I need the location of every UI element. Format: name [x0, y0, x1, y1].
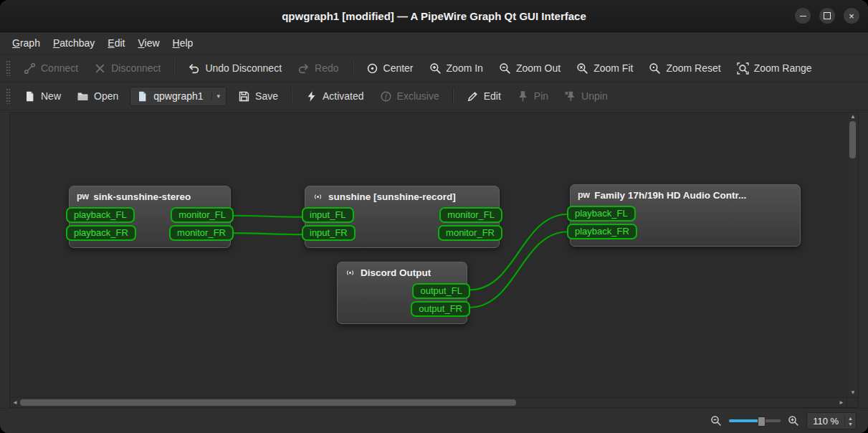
- zoom-in-small-icon[interactable]: [788, 415, 799, 427]
- port-playback-fl[interactable]: playback_FL: [567, 206, 636, 222]
- node-sunshine-record[interactable]: sunshine [sunshine-record] input_FL inpu…: [305, 186, 500, 248]
- connect-button[interactable]: Connect: [16, 59, 85, 78]
- minimize-button[interactable]: [795, 8, 811, 24]
- port-playback-fl[interactable]: playback_FL: [66, 207, 135, 223]
- port-monitor-fl[interactable]: monitor_FL: [439, 207, 502, 223]
- toolbar-drag-handle[interactable]: [6, 60, 11, 76]
- node-header[interactable]: pw Family 17h/19h HD Audio Contr...: [571, 185, 800, 204]
- scroll-up-arrow[interactable]: ▲: [850, 114, 856, 120]
- vertical-scrollbar-thumb[interactable]: [849, 121, 856, 158]
- zoom-out-small-icon[interactable]: [710, 415, 722, 427]
- disconnect-button[interactable]: Disconnect: [87, 59, 168, 78]
- edit-label: Edit: [484, 90, 501, 102]
- graph-canvas[interactable]: pw sink-sunshine-stereo playback_FL play…: [10, 113, 847, 397]
- node-title: sink-sunshine-stereo: [93, 191, 191, 202]
- menu-edit[interactable]: Edit: [101, 35, 131, 51]
- close-button[interactable]: ×: [844, 8, 859, 24]
- node-header[interactable]: pw sink-sunshine-stereo: [70, 186, 230, 206]
- zoom-reset-icon: [649, 62, 661, 75]
- horizontal-scrollbar[interactable]: ◄ ►: [10, 397, 846, 407]
- port-monitor-fr[interactable]: monitor_FR: [438, 225, 502, 241]
- activated-bolt-icon: [305, 90, 318, 103]
- new-label: New: [41, 90, 61, 102]
- zoom-fit-button[interactable]: Zoom Fit: [569, 59, 640, 78]
- menu-patchbay[interactable]: Patchbay: [47, 35, 101, 51]
- pin-button[interactable]: Pin: [510, 87, 555, 106]
- zoom-range-button[interactable]: Zoom Range: [730, 59, 819, 78]
- node-discord-output[interactable]: Discord Output output_FL output_FR: [337, 262, 467, 324]
- toolbar-separator: [352, 60, 353, 76]
- zoom-fit-icon: [576, 62, 588, 75]
- stream-icon: [345, 267, 356, 278]
- zoom-out-label: Zoom Out: [516, 62, 561, 74]
- node-header[interactable]: sunshine [sunshine-record]: [305, 186, 499, 206]
- zoom-out-button[interactable]: Zoom Out: [492, 59, 568, 78]
- window-title: qpwgraph1 [modified] — A PipeWire Graph …: [282, 10, 586, 22]
- menu-view[interactable]: View: [131, 35, 166, 51]
- spin-down-icon[interactable]: ▼: [848, 422, 853, 427]
- scroll-left-arrow[interactable]: ◄: [12, 400, 18, 406]
- undo-disconnect-button[interactable]: Undo Disconnect: [181, 59, 289, 78]
- exclusive-button[interactable]: f Exclusive: [373, 87, 447, 106]
- zoom-range-label: Zoom Range: [754, 62, 812, 74]
- menu-graph-label: Graph: [12, 37, 40, 49]
- scroll-right-arrow[interactable]: ►: [839, 400, 844, 406]
- connection-wires: [10, 113, 847, 397]
- scroll-down-arrow[interactable]: ▼: [850, 390, 856, 396]
- open-button[interactable]: Open: [70, 87, 125, 106]
- port-playback-fr[interactable]: playback_FR: [66, 225, 136, 241]
- menu-patchbay-label: Patchbay: [53, 37, 95, 49]
- toolbar-separator: [452, 88, 454, 104]
- port-monitor-fr[interactable]: monitor_FR: [169, 225, 234, 241]
- zoom-slider[interactable]: [729, 416, 781, 426]
- toolbar-separator: [291, 88, 292, 104]
- port-output-fl[interactable]: output_FL: [412, 283, 470, 299]
- central-widget: pw sink-sunshine-stereo playback_FL play…: [0, 110, 868, 408]
- pipewire-icon: pw: [578, 191, 589, 200]
- toolbar-main: Connect Disconnect Undo Disconnect Redo …: [0, 54, 868, 82]
- maximize-icon: [824, 12, 831, 19]
- new-button[interactable]: New: [16, 87, 68, 106]
- port-playback-fr[interactable]: playback_FR: [567, 224, 637, 239]
- link-monitorFL-inputFL: [233, 216, 302, 217]
- edit-button[interactable]: Edit: [459, 87, 508, 106]
- zoom-spin-arrows[interactable]: ▲ ▼: [844, 416, 856, 427]
- menu-help[interactable]: Help: [166, 35, 200, 51]
- port-output-fr[interactable]: output_FR: [411, 301, 470, 317]
- zoom-out-icon: [499, 62, 511, 75]
- zoom-in-button[interactable]: Zoom In: [422, 59, 490, 78]
- spin-up-icon[interactable]: ▲: [848, 416, 853, 421]
- exclusive-icon: f: [380, 90, 392, 103]
- horizontal-scrollbar-thumb[interactable]: [20, 399, 516, 406]
- open-label: Open: [94, 90, 118, 102]
- pin-icon: [517, 90, 529, 103]
- redo-button[interactable]: Redo: [290, 59, 345, 78]
- node-sink-sunshine-stereo[interactable]: pw sink-sunshine-stereo playback_FL play…: [69, 186, 231, 248]
- toolbar-file: New Open qpwgraph1 ▾ Save Activated f Ex…: [0, 82, 868, 110]
- maximize-button[interactable]: [819, 8, 835, 24]
- zoom-reset-button[interactable]: Zoom Reset: [642, 59, 728, 78]
- zoom-slider-handle[interactable]: [758, 417, 766, 427]
- exclusive-label: Exclusive: [397, 90, 439, 102]
- toolbar-drag-handle[interactable]: [6, 88, 11, 104]
- zoom-range-icon: [737, 62, 749, 75]
- node-family-hd-audio[interactable]: pw Family 17h/19h HD Audio Contr... play…: [570, 184, 801, 247]
- menu-graph[interactable]: Graph: [6, 35, 47, 51]
- center-button[interactable]: Center: [359, 59, 421, 78]
- patchbay-combo[interactable]: qpwgraph1 ▾: [130, 87, 226, 106]
- link-monitorFR-inputFR: [233, 233, 302, 234]
- titlebar[interactable]: qpwgraph1 [modified] — A PipeWire Graph …: [0, 0, 868, 32]
- edit-pencil-icon: [467, 90, 479, 103]
- unpin-button[interactable]: Unpin: [557, 87, 615, 106]
- zoom-spinbox[interactable]: 110 % ▲ ▼: [806, 412, 857, 429]
- menu-edit-label: Edit: [108, 37, 125, 49]
- node-header[interactable]: Discord Output: [338, 262, 467, 282]
- port-input-fl[interactable]: input_FL: [302, 207, 354, 223]
- save-icon: [238, 90, 250, 103]
- port-monitor-fl[interactable]: monitor_FL: [171, 207, 234, 223]
- port-input-fr[interactable]: input_FR: [302, 225, 356, 241]
- vertical-scrollbar[interactable]: ▲ ▼: [847, 113, 858, 397]
- zoom-value: 110 %: [807, 416, 844, 427]
- activated-button[interactable]: Activated: [298, 87, 371, 106]
- save-button[interactable]: Save: [231, 87, 285, 106]
